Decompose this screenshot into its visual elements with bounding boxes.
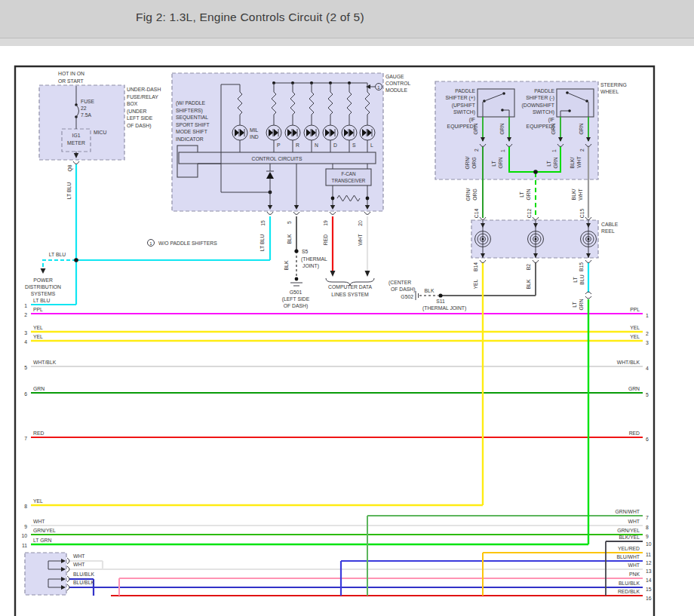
row-number: 5 [646,392,649,397]
svg-text:METER: METER [67,140,85,146]
row-number: 2 [24,312,27,317]
row-label: GRN/YEL [617,528,640,533]
row-label: PPL [630,307,640,312]
svg-text:JOINT): JOINT) [302,263,319,269]
wire-color-label: BLK [287,234,292,244]
row-number: 10 [646,541,652,547]
power-distribution-label: POWER [33,277,53,283]
row-label: WHT [628,519,640,524]
ltblu-label: LT BLU [66,182,72,200]
row-label: GRN/YEL [33,528,56,533]
gauge-control-module-label: GAUGE [385,74,404,79]
row-number: 3 [646,340,649,345]
row-label: BLU/WHT [616,554,640,559]
gear-letter: L [370,143,373,148]
connector-q8-icon [73,161,79,164]
svg-text:FUSE/RELAY: FUSE/RELAY [127,94,158,100]
gear-letter: S [352,143,356,148]
conn-wire-label: WHT [73,553,84,559]
pin-number: 15 [260,220,266,226]
svg-text:ORG: ORG [471,157,477,168]
svg-text:(UPSHIFT: (UPSHIFT [452,103,475,109]
svg-text:BLK: BLK [284,260,289,270]
row-label: PPL [33,307,43,312]
svg-text:DISTRIBUTION: DISTRIBUTION [25,284,61,290]
svg-text:LT BLU: LT BLU [49,252,66,257]
right-row-labels: PPL1 YEL2 YEL3 WHT/BLK4 GRN5 RED6 GRN/WH… [616,307,652,601]
svg-text:(LEFT SIDE: (LEFT SIDE [282,296,310,302]
micu-label: MICU [94,130,106,135]
svg-text:SEQUENTIAL: SEQUENTIAL [176,115,208,121]
fcan-label: F-CAN [341,171,356,176]
row-label: WHT/BLK [33,360,57,365]
row-label: BLK/YEL [619,535,640,540]
pin-number: 20 [358,220,363,226]
svg-text:BLU: BLU [579,274,585,284]
left-row-labels: 1LT BLU 2PPL 3YEL 4YEL 5WHT/BLK 6GRN 7RE… [21,298,56,548]
row-number: 7 [646,515,649,520]
svg-text:WHT: WHT [578,188,583,200]
wiring-diagram-page: Fig 2: 1.3L, Engine Controls Circuit (2 … [0,0,694,616]
svg-text:YEL: YEL [473,279,478,289]
row-number: 12 [646,560,652,565]
row-number: 9 [24,524,27,529]
row-label: GRN [628,386,640,391]
steering-wheel-label: STEERING [600,82,627,87]
svg-text:(CENTER: (CENTER [388,280,411,286]
svg-text:LT: LT [572,302,577,307]
wo-paddle-note: 1 W/O PADDLE SHIFTERS [148,240,218,247]
under-dash-label: UNDER-DASH [127,87,161,92]
svg-text:OF DASH): OF DASH) [127,123,151,129]
row-label: WHT [33,519,45,524]
computer-data-lines-label: COMPUTER DATA [328,284,372,290]
wire-color-label: WHT [358,234,363,245]
junction-dot [533,170,538,174]
svg-text:LEFT SIDE: LEFT SIDE [127,115,153,121]
wo-paddle-label: W/O PADDLE SHIFTERS [158,241,217,246]
row-label: YEL [630,325,640,330]
bottom-connector-box [25,553,66,595]
svg-text:1: 1 [149,241,152,246]
svg-text:(DOWNSHIFT: (DOWNSHIFT [522,103,554,109]
svg-text:OR START: OR START [58,78,84,84]
c15-label: C15 [579,209,585,219]
circuit-diagram: HOT IN ON OR START FUSE 22 7.5A MICU IG1… [0,0,694,616]
splice-s5 [294,249,298,253]
svg-text:2: 2 [474,149,479,152]
row-label: YEL [33,334,43,339]
conn-wire-label: BLU/BLK [73,580,94,585]
cable-reel-label: CABLE [601,222,619,227]
row-number: 15 [646,587,652,592]
coil-icon [581,231,597,247]
row-number: 5 [24,365,27,370]
row-number: 2 [646,331,649,336]
row-number: 7 [24,436,27,441]
b14-label: B14 [473,262,478,271]
coil-icon [528,231,544,247]
gear-letter: N [315,143,318,148]
row-number: 4 [646,366,649,371]
svg-text:MODE SHIFT: MODE SHIFT [176,129,207,134]
pin-connector-icon [364,212,370,215]
svg-text:BLK/: BLK/ [571,189,576,201]
svg-text:(UNDER: (UNDER [127,109,147,115]
gear-letter: P [277,143,281,148]
svg-text:SHIFTER (+): SHIFTER (+) [446,95,475,101]
g501-ground: S5 (THERMAL JOINT) BLK G501 (LEFT SIDE O… [282,249,327,309]
pin-connector-icon [267,212,273,215]
row-label: WHT [628,562,640,568]
svg-text:BLK/: BLK/ [570,158,575,169]
svg-text:GRN: GRN [579,299,584,310]
row-number: 6 [646,437,649,442]
row-label: GRN [33,386,45,391]
svg-text:(IF: (IF [548,117,554,123]
row-label: RED [629,431,640,436]
row-label: WHT/BLK [617,360,640,365]
row-number: 6 [24,391,27,397]
control-circuits-label: CONTROL CIRCUITS [252,156,302,161]
pin-number: 5 [287,221,292,224]
svg-text:WHT: WHT [576,156,582,167]
coil-icon [475,231,491,247]
row-label: YEL [33,498,43,504]
arrow-down-icon [330,271,336,277]
